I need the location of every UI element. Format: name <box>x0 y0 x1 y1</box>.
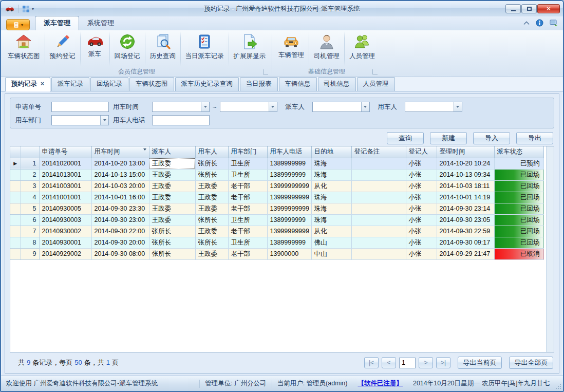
license-registered-link[interactable]: 【软件已注册】 <box>352 379 408 388</box>
maximize-button[interactable] <box>521 4 537 13</box>
cell-dispatcher[interactable]: 王政委 <box>149 169 195 180</box>
cell-remark[interactable] <box>351 169 406 180</box>
row-indicator[interactable] <box>10 214 21 226</box>
col-remark[interactable]: 登记备注 <box>351 146 406 158</box>
cell-status[interactable]: 已取消 <box>494 248 543 259</box>
cell-order[interactable]: 20140929002 <box>39 248 91 259</box>
cell-time[interactable]: 2014-10-20 13:00 <box>91 158 149 169</box>
btn-reservation-register[interactable]: 预约登记 <box>45 31 80 66</box>
cell-dispatcher[interactable]: 王政委 <box>149 180 195 192</box>
chevron-down-icon[interactable] <box>269 102 277 111</box>
cell-registrar[interactable]: 小张 <box>406 158 437 169</box>
last-page-button[interactable]: >| <box>436 357 450 368</box>
tab-return-records[interactable]: 回场记录 <box>90 77 128 91</box>
export-button[interactable]: 导出 <box>516 132 553 144</box>
table-row[interactable]: ▶1201410200012014-10-20 13:00王政委张所长卫生所13… <box>10 158 543 169</box>
title-bar[interactable]: ▾ 预约记录 - 广州爱奇迪软件科技有限公司-派车管理系统 ✕ <box>1 1 563 16</box>
cell-time[interactable]: 2014-09-30 23:00 <box>91 214 149 226</box>
cell-user[interactable]: 张所长 <box>195 158 228 169</box>
btn-extended-screen[interactable]: 扩展屏显示 <box>229 31 271 66</box>
cell-accepted[interactable]: 2014-10-20 10:24 <box>437 158 494 169</box>
row-indicator[interactable] <box>10 226 21 237</box>
tab-vehicle-info[interactable]: 车辆信息 <box>279 77 317 91</box>
cell-dispatcher[interactable]: 张所长 <box>149 237 195 248</box>
cell-time[interactable]: 2014-09-30 20:00 <box>91 237 149 248</box>
vertical-scrollbar[interactable] <box>546 146 554 352</box>
col-order-no[interactable]: 申请单号 <box>39 146 91 158</box>
cell-accepted[interactable]: 2014-10-03 18:11 <box>437 180 494 192</box>
cell-registrar[interactable]: 小张 <box>406 248 437 259</box>
btn-personnel-mgmt[interactable]: 人员管理 <box>345 31 380 66</box>
cell-order[interactable]: 20140930005 <box>39 203 91 214</box>
ribbon-tab-dispatch-mgmt[interactable]: 派车管理 <box>35 16 79 30</box>
btn-vehicle-mgmt[interactable]: 车辆管理 <box>274 31 309 66</box>
user-combo[interactable] <box>405 102 462 112</box>
tab-reservation-records[interactable]: 预约记录× <box>5 77 50 91</box>
cell-phone[interactable]: 1389999999 <box>267 237 311 248</box>
resize-grip[interactable] <box>555 383 561 389</box>
prev-page-button[interactable]: < <box>382 357 396 368</box>
cell-dest[interactable]: 佛山 <box>311 237 351 248</box>
cell-order[interactable]: 20141020001 <box>39 158 91 169</box>
cell-dest[interactable]: 珠海 <box>311 203 351 214</box>
cell-time[interactable]: 2014-09-30 22:00 <box>91 226 149 237</box>
chevron-down-icon[interactable] <box>454 102 462 111</box>
export-all-pages-button[interactable]: 导出全部页 <box>509 357 553 369</box>
cell-dept[interactable]: 卫生所 <box>228 237 267 248</box>
row-number[interactable]: 7 <box>21 226 39 237</box>
cell-status[interactable]: 已回场 <box>494 214 543 226</box>
cell-dest[interactable]: 中山 <box>311 248 351 259</box>
chevron-down-icon[interactable] <box>201 102 209 111</box>
col-registrar[interactable]: 登记人 <box>406 146 437 158</box>
cell-dest[interactable]: 从化 <box>311 180 351 192</box>
cell-remark[interactable] <box>351 237 406 248</box>
skin-display-icon[interactable] <box>550 19 558 27</box>
next-page-button[interactable]: > <box>419 357 433 368</box>
row-number[interactable]: 4 <box>21 192 39 203</box>
cell-accepted[interactable]: 2014-09-30 23:14 <box>437 203 494 214</box>
cell-remark[interactable] <box>351 203 406 214</box>
cell-time[interactable]: 2014-10-01 16:00 <box>91 192 149 203</box>
cell-status[interactable]: 已回场 <box>494 226 543 237</box>
btn-today-dispatch-records[interactable]: 当日派车记录 <box>181 31 229 66</box>
row-number[interactable]: 9 <box>21 248 39 259</box>
cell-user[interactable]: 张所长 <box>195 169 228 180</box>
cell-dept[interactable]: 卫生所 <box>228 158 267 169</box>
row-indicator[interactable] <box>10 192 21 203</box>
cell-accepted[interactable]: 2014-09-30 22:59 <box>437 226 494 237</box>
cell-remark[interactable] <box>351 158 406 169</box>
cell-user[interactable]: 王政委 <box>195 248 228 259</box>
tab-dispatch-history-query[interactable]: 派车历史记录查询 <box>175 77 239 91</box>
cell-phone[interactable]: 13900000 <box>267 248 311 259</box>
cell-phone[interactable]: 13999999999 <box>267 180 311 192</box>
cell-accepted[interactable]: 2014-09-30 23:05 <box>437 214 494 226</box>
cell-dispatcher[interactable]: 王政委 <box>149 192 195 203</box>
row-number[interactable]: 6 <box>21 214 39 226</box>
cell-dest[interactable]: 珠海 <box>311 192 351 203</box>
cell-registrar[interactable]: 小张 <box>406 214 437 226</box>
btn-vehicle-status-map[interactable]: 车辆状态图 <box>3 31 45 66</box>
new-button[interactable]: 新建 <box>430 132 467 144</box>
cell-user[interactable]: 王政委 <box>195 203 228 214</box>
tab-vehicle-status-map[interactable]: 车辆状态图 <box>129 77 174 91</box>
col-accept-time[interactable]: 受理时间 <box>437 146 494 158</box>
cell-accepted[interactable]: 2014-09-30 09:17 <box>437 237 494 248</box>
row-number[interactable]: 5 <box>21 203 39 214</box>
cell-remark[interactable] <box>351 226 406 237</box>
cell-status[interactable]: 已回场 <box>494 192 543 203</box>
btn-driver-mgmt[interactable]: 司机管理 <box>309 31 344 66</box>
use-time-to-combo[interactable] <box>220 102 277 112</box>
table-row[interactable]: 8201409300012014-09-30 20:00张所长张所长卫生所138… <box>10 237 543 248</box>
col-dept[interactable]: 用车部门 <box>228 146 267 158</box>
cell-dept[interactable]: 老干部 <box>228 203 267 214</box>
col-dispatch-status[interactable]: 派车状态 <box>494 146 543 158</box>
cell-user[interactable]: 王政委 <box>195 226 228 237</box>
cell-phone[interactable]: 1389999999 <box>267 169 311 180</box>
row-indicator[interactable] <box>10 237 21 248</box>
phone-input[interactable] <box>152 115 210 125</box>
cell-status[interactable]: 已回场 <box>494 237 543 248</box>
table-row[interactable]: 9201409290022014-09-30 08:00张所长王政委老干部139… <box>10 248 543 259</box>
cell-dept[interactable]: 老干部 <box>228 180 267 192</box>
cell-order[interactable]: 20141003001 <box>39 180 91 192</box>
cell-status[interactable]: 已预约 <box>494 158 543 169</box>
